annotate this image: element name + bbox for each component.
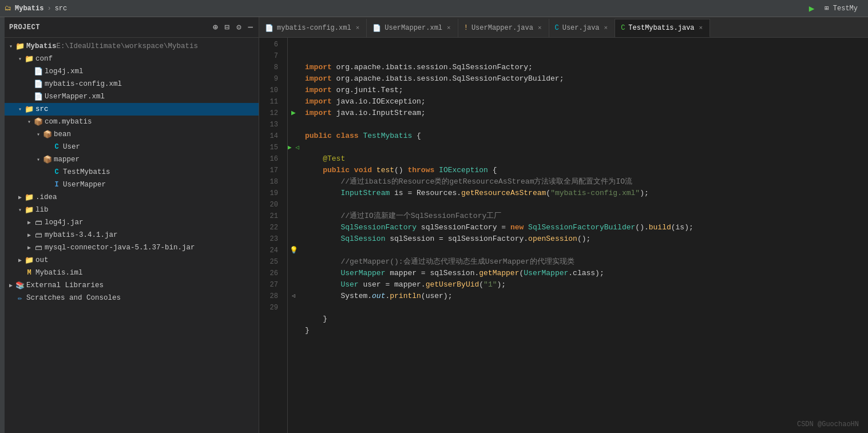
line-num-10: 10: [259, 85, 283, 96]
tree-item-log4j[interactable]: 📄log4j.xml: [5, 65, 259, 78]
line-num-13: 13: [259, 119, 283, 130]
tree-item-src[interactable]: ▾📁src: [5, 103, 259, 116]
tree-icon-mapper: 📦: [42, 155, 53, 164]
collapse-icon[interactable]: ⊟: [224, 21, 231, 33]
tab-close-usermapper-java-tab[interactable]: ×: [537, 24, 543, 32]
gutter-ann-12[interactable]: ▶: [288, 108, 299, 119]
tab-label-testmybatis-tab: TestMybatis.java: [628, 24, 694, 32]
gear-icon[interactable]: ⚙: [235, 21, 242, 33]
tree-item-mysql-jar[interactable]: ▶🗃mysql-connector-java-5.1.37-bin.jar: [5, 241, 259, 254]
tab-close-testmybatis-tab[interactable]: ×: [698, 24, 704, 32]
tab-usermapper-java-tab[interactable]: !UserMapper.java×: [458, 19, 549, 37]
tree-label-mybatis-jar: mybatis-3.4.1.jar: [43, 231, 118, 239]
gutter-ann-25: [288, 256, 299, 268]
tree-arrow-idea: ▶: [16, 194, 24, 201]
gutter-ann-17: [288, 165, 299, 176]
sidebar-title: Project: [9, 23, 212, 31]
tree-item-lib[interactable]: ▾📁lib: [5, 204, 259, 216]
tree-item-mybatis-jar[interactable]: ▶🗃mybatis-3.4.1.jar: [5, 229, 259, 241]
tree-item-scratches[interactable]: ✏Scratches and Consoles: [5, 292, 259, 304]
tree-icon-mybatis-jar: 🗃: [33, 231, 43, 240]
tree-icon-bean: 📦: [42, 130, 53, 139]
code-line-7: import org.apache.ibatis.session.SqlSess…: [305, 73, 868, 85]
code-editor[interactable]: 6789101112131415161718192021222324252627…: [259, 38, 868, 433]
tree-icon-conf: 📁: [24, 54, 34, 63]
tree-label-usermapper-java: UserMapper: [62, 181, 106, 189]
tree-arrow-conf: ▾: [16, 55, 24, 62]
gutter-ann-20: [288, 199, 299, 210]
gutter-ann-6: [288, 39, 299, 50]
tree-arrow-log4j-jar: ▶: [25, 219, 33, 226]
tree-label-ext-libs: External Libraries: [25, 281, 104, 289]
gutter-ann-24[interactable]: 💡: [288, 245, 299, 256]
tree-item-idea[interactable]: ▶📁.idea: [5, 191, 259, 204]
gutter-ann-28[interactable]: ◁: [288, 291, 299, 302]
code-line-23: //getMapper():会通过动态代理动态生成UserMapper的代理实现…: [305, 256, 868, 268]
code-line-16: //通过ibatis的Resource类的getResourceAsStream…: [305, 176, 868, 188]
tree-item-log4j-jar[interactable]: ▶🗃log4j.jar: [5, 216, 259, 229]
line-num-17: 17: [259, 165, 283, 176]
tree-label-testmybatis-java: TestMybatis: [62, 168, 110, 176]
gutter-ann-10: [288, 85, 299, 96]
gutter-ann-8: [288, 62, 299, 73]
tree-label-mybatis-config: mybatis-config.xml: [43, 80, 122, 88]
tree-item-usermapper-xml[interactable]: 📄UserMapper.xml: [5, 90, 259, 103]
line-num-27: 27: [259, 279, 283, 291]
code-line-11: [305, 119, 868, 130]
tab-testmybatis-tab[interactable]: CTestMybatis.java×: [615, 19, 710, 37]
tab-close-usermapper-xml-tab[interactable]: ×: [446, 24, 452, 32]
tree-item-mybatis-config[interactable]: 📄mybatis-config.xml: [5, 78, 259, 90]
left-strip: [0, 17, 5, 433]
code-content[interactable]: import org.apache.ibatis.session.SqlSess…: [299, 38, 868, 433]
tree-arrow-lib: ▾: [16, 206, 24, 213]
code-line-14: @Test: [305, 153, 868, 165]
line-num-18: 18: [259, 176, 283, 188]
line-num-16: 16: [259, 153, 283, 165]
run-icon[interactable]: ▶: [809, 3, 815, 14]
gutter-ann-15[interactable]: ▶ ◁: [288, 142, 299, 153]
code-line-20: SqlSessionFactory sqlSessionFactory = ne…: [305, 222, 868, 233]
code-line-18: [305, 199, 868, 210]
tree-label-usermapper-xml: UserMapper.xml: [43, 93, 105, 101]
locate-icon[interactable]: ⊕: [212, 21, 219, 33]
tree-label-suffix-mybatis: E:\IdeaUltimate\workspace\Mybatis: [57, 42, 199, 50]
line-num-21: 21: [259, 210, 283, 222]
project-icon: 🗂: [5, 4, 11, 13]
line-num-24: 24: [259, 245, 283, 256]
tree-item-ext-libs[interactable]: ▶📚External Libraries: [5, 279, 259, 292]
tree-icon-mybatis-root: 📁: [15, 42, 25, 51]
tab-mybatis-config-tab[interactable]: 📄mybatis-config.xml×: [259, 19, 367, 37]
tree-item-testmybatis-java[interactable]: CTestMybatis: [5, 166, 259, 178]
tree-icon-out: 📁: [24, 256, 34, 265]
line-num-28: 28: [259, 291, 283, 302]
line-num-14: 14: [259, 130, 283, 142]
tree-item-usermapper-java[interactable]: IUserMapper: [5, 178, 259, 191]
line-num-7: 7: [259, 50, 283, 62]
gutter-ann-23: [288, 233, 299, 245]
gutter-annotations: ▶▶ ◁💡◁: [288, 38, 299, 433]
gutter-ann-11: [288, 96, 299, 108]
tree-item-user-java[interactable]: CUser: [5, 141, 259, 153]
tree-item-out[interactable]: ▶📁out: [5, 254, 259, 267]
tab-title-stub: ⊞ TestMy: [819, 3, 863, 14]
title-bar-right: ▶ ⊞ TestMy: [809, 3, 863, 14]
gutter-ann-16: [288, 153, 299, 165]
tab-usermapper-xml-tab[interactable]: 📄UserMapper.xml×: [367, 19, 458, 37]
tree-item-conf[interactable]: ▾📁conf: [5, 53, 259, 65]
tree-label-lib: lib: [34, 206, 49, 214]
tree-item-bean[interactable]: ▾📦bean: [5, 128, 259, 141]
tree-item-mybatis-root[interactable]: ▾📁Mybatis E:\IdeaUltimate\workspace\Myba…: [5, 40, 259, 53]
tree-label-idea: .idea: [34, 193, 57, 201]
tree-item-mybatis-iml[interactable]: MMybatis.iml: [5, 267, 259, 279]
code-line-26: System.out.println(user);: [305, 291, 868, 302]
tab-label-usermapper-xml-tab: UserMapper.xml: [385, 24, 442, 32]
tab-user-java-tab[interactable]: CUser.java×: [549, 19, 616, 37]
tree-icon-lib: 📁: [24, 205, 34, 214]
tree-item-com-mybatis[interactable]: ▾📦com.mybatis: [5, 116, 259, 128]
tree-icon-testmybatis-java: C: [51, 168, 62, 176]
minimize-icon[interactable]: —: [247, 21, 254, 33]
tree-item-mapper[interactable]: ▾📦mapper: [5, 153, 259, 166]
tab-close-user-java-tab[interactable]: ×: [603, 24, 609, 32]
title-bar: 🗂 Mybatis › src ▶ ⊞ TestMy: [0, 0, 868, 17]
tab-close-mybatis-config-tab[interactable]: ×: [355, 24, 361, 32]
